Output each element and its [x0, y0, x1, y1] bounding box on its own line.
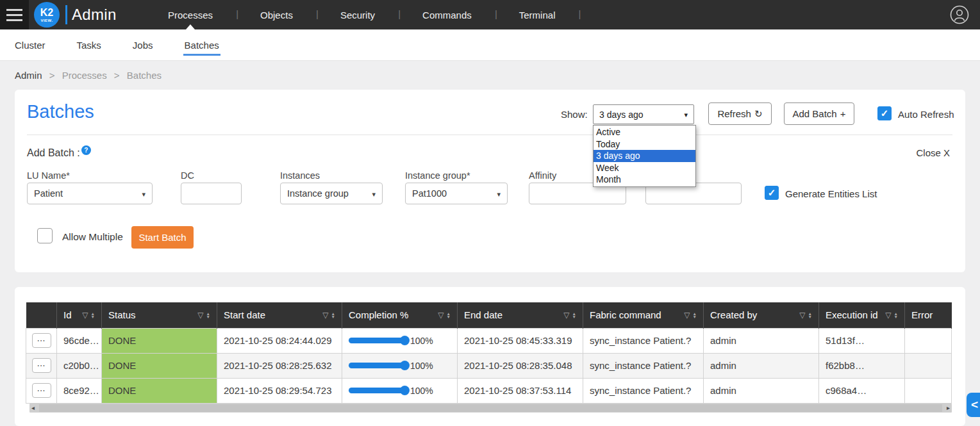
- user-icon[interactable]: [950, 5, 969, 24]
- secondary-nav: Cluster Tasks Jobs Batches: [0, 29, 980, 61]
- add-batch-button[interactable]: Add Batch +: [784, 102, 854, 125]
- cell-completion: 100%: [342, 378, 458, 403]
- nav-item-objects[interactable]: Objects: [237, 0, 317, 29]
- breadcrumb-item-processes[interactable]: Processes: [62, 70, 107, 81]
- add-batch-panel-title: Add Batch :?: [27, 145, 91, 159]
- cell-id: 96cde…: [57, 328, 102, 353]
- progress-bar: [349, 361, 408, 370]
- sort-icon[interactable]: [808, 312, 812, 318]
- cell-fabric-command: sync_instance Patient.?: [583, 378, 704, 403]
- show-select[interactable]: 3 days ago ▾: [593, 104, 694, 124]
- generate-entities-label: Generate Entities List: [785, 188, 877, 199]
- table-header-row: Id Status Start date Completion % End da…: [26, 302, 952, 328]
- allow-multiple-checkbox[interactable]: [37, 228, 53, 243]
- nav-item-label: Objects: [260, 10, 293, 20]
- dropdown-option-week[interactable]: Week: [594, 162, 695, 174]
- filter-icon[interactable]: [82, 311, 88, 320]
- sort-icon[interactable]: [572, 312, 576, 318]
- instances-select[interactable]: Instance group ▾: [280, 183, 383, 204]
- sort-icon[interactable]: [894, 312, 898, 318]
- column-header-fabric-command[interactable]: Fabric command: [583, 302, 704, 328]
- start-batch-button[interactable]: Start Batch: [131, 226, 194, 249]
- nav-item-security[interactable]: Security: [317, 0, 399, 29]
- dropdown-option-month[interactable]: Month: [594, 174, 695, 186]
- auto-refresh-checkbox[interactable]: [877, 106, 892, 120]
- scrollbar-thumb[interactable]: [39, 404, 942, 412]
- cell-error: [905, 378, 952, 403]
- cell-start-date: 2021-10-25 08:28:25.632: [217, 353, 342, 378]
- tab-cluster[interactable]: Cluster: [15, 40, 46, 51]
- column-header-created-by[interactable]: Created by: [704, 302, 819, 328]
- sort-icon[interactable]: [331, 312, 335, 318]
- column-header-execution-id[interactable]: Execution id: [819, 302, 905, 328]
- column-label: Id: [63, 309, 81, 320]
- generate-entities-checkbox[interactable]: [765, 186, 779, 200]
- tab-label: Batches: [185, 40, 219, 51]
- nav-item-terminal[interactable]: Terminal: [495, 0, 579, 29]
- sort-icon[interactable]: [693, 312, 697, 318]
- breadcrumb-item-admin[interactable]: Admin: [15, 70, 42, 81]
- status-badge: DONE: [102, 328, 217, 353]
- batches-panel: Batches Show: 3 days ago ▾ Active Today …: [15, 90, 965, 272]
- scroll-left-icon[interactable]: ◂: [31, 404, 35, 411]
- filter-icon[interactable]: [885, 311, 891, 320]
- close-button[interactable]: Close X: [916, 147, 950, 158]
- filter-icon[interactable]: [438, 311, 444, 320]
- refresh-button[interactable]: Refresh ↻: [708, 102, 772, 125]
- filter-icon[interactable]: [322, 311, 328, 320]
- tab-label: Cluster: [15, 40, 46, 51]
- page: K2 VIEW. Admin Processes Objects Securit…: [0, 0, 980, 426]
- row-menu-button[interactable]: ⋯: [32, 333, 51, 348]
- add-batch-title-text: Add Batch :: [27, 147, 80, 158]
- sort-icon[interactable]: [206, 312, 210, 318]
- top-bar: K2 VIEW. Admin Processes Objects Securit…: [0, 0, 980, 29]
- column-label: Completion %: [349, 309, 436, 320]
- nav-item-commands[interactable]: Commands: [399, 0, 495, 29]
- row-menu-button[interactable]: ⋯: [32, 358, 51, 373]
- breadcrumb-item-batches[interactable]: Batches: [127, 70, 162, 81]
- tab-batches[interactable]: Batches: [185, 40, 219, 51]
- filter-icon[interactable]: [197, 311, 203, 320]
- dropdown-option-today[interactable]: Today: [594, 138, 695, 151]
- chevron-down-icon: ▾: [142, 190, 145, 199]
- column-label: Fabric command: [590, 309, 683, 320]
- horizontal-scrollbar[interactable]: ◂ ▸: [29, 404, 952, 413]
- sort-icon[interactable]: [91, 312, 95, 318]
- lu-name-select[interactable]: Patient ▾: [27, 183, 153, 204]
- filter-icon[interactable]: [563, 311, 569, 320]
- nav-item-processes[interactable]: Processes: [144, 0, 237, 29]
- progress-label: 100%: [410, 361, 433, 371]
- column-header-start-date[interactable]: Start date: [217, 302, 342, 328]
- progress-bar: [349, 336, 408, 345]
- dropdown-option-active[interactable]: Active: [594, 126, 695, 138]
- row-menu-button[interactable]: ⋯: [32, 383, 51, 398]
- filter-icon[interactable]: [684, 311, 690, 320]
- instance-group-select[interactable]: Pat1000 ▾: [405, 183, 508, 204]
- status-badge: DONE: [102, 353, 217, 378]
- sort-icon[interactable]: [447, 312, 451, 318]
- column-header-completion[interactable]: Completion %: [342, 302, 458, 328]
- hamburger-icon[interactable]: [0, 0, 29, 29]
- app-title: Admin: [72, 6, 117, 24]
- collapse-panel-button[interactable]: <: [967, 393, 980, 417]
- nav-item-label: Commands: [422, 10, 472, 20]
- cell-end-date: 2021-10-25 08:37:53.114: [458, 378, 583, 403]
- cell-execution-id: c968a4…: [819, 378, 905, 403]
- help-icon[interactable]: ?: [81, 145, 91, 155]
- scroll-right-icon[interactable]: ▸: [947, 404, 950, 411]
- column-header-status[interactable]: Status: [102, 302, 217, 328]
- column-header-end-date[interactable]: End date: [458, 302, 583, 328]
- breadcrumb-separator: >: [114, 70, 120, 81]
- refresh-icon: ↻: [754, 108, 763, 120]
- allow-multiple-label: Allow Multiple: [62, 231, 123, 243]
- column-header-id[interactable]: Id: [57, 302, 102, 328]
- k2view-logo: K2 VIEW.: [34, 2, 60, 28]
- tab-jobs[interactable]: Jobs: [133, 40, 153, 51]
- cell-completion: 100%: [342, 353, 458, 378]
- cell-error: [905, 328, 952, 353]
- column-header-error[interactable]: Error: [905, 302, 952, 328]
- tab-tasks[interactable]: Tasks: [77, 40, 101, 51]
- filter-icon[interactable]: [799, 311, 805, 320]
- dropdown-option-3-days-ago[interactable]: 3 days ago: [594, 150, 695, 162]
- dc-input[interactable]: [181, 183, 242, 204]
